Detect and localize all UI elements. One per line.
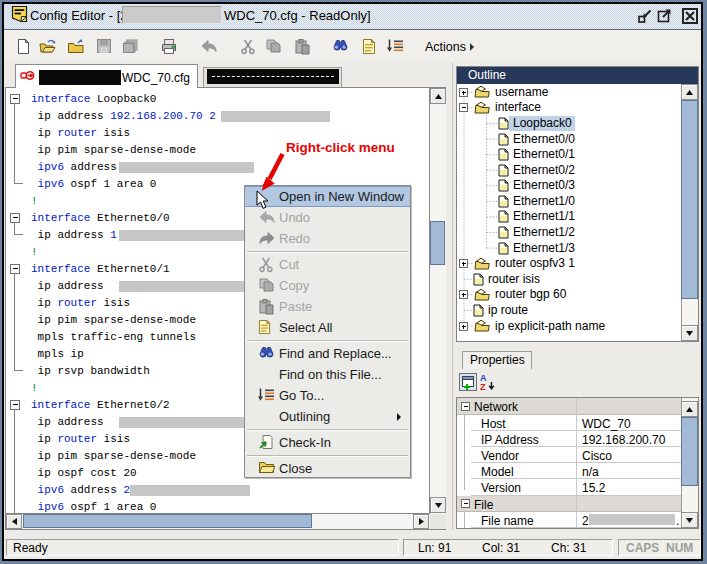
svg-text:Z: Z	[480, 382, 486, 391]
